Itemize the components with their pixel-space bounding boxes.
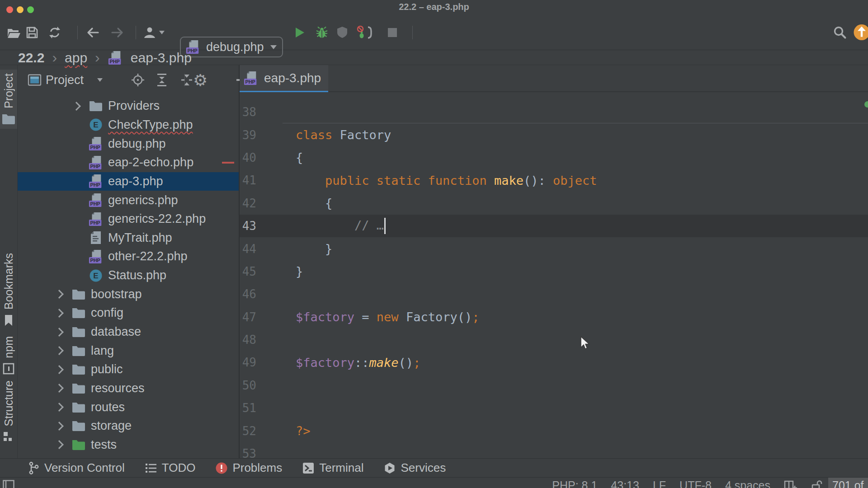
tool-button-todo[interactable]: TODO xyxy=(145,461,196,475)
code-line-50[interactable]: 50 xyxy=(240,374,868,397)
status-item-43-13[interactable]: 43:13 xyxy=(611,479,639,488)
tree-item-other-22-2-php[interactable]: PHPother-22.2.php xyxy=(18,247,239,266)
stripe-item-bookmarks[interactable]: Bookmarks xyxy=(0,249,17,330)
chevron-right-icon[interactable] xyxy=(55,403,64,412)
split-icon[interactable] xyxy=(784,480,797,488)
breadcrumb-item-file[interactable]: eap-3.php xyxy=(131,50,192,66)
tree-item-generics-php[interactable]: PHPgenerics.php xyxy=(18,191,239,210)
code-line-45[interactable]: 45} xyxy=(240,260,868,283)
tree-item-mytrait-php[interactable]: MyTrait.php xyxy=(18,228,239,247)
tree-item-generics-22-2-php[interactable]: PHPgenerics-22.2.php xyxy=(18,210,239,229)
line-number[interactable]: 50 xyxy=(240,379,256,392)
chevron-right-icon[interactable] xyxy=(55,440,64,449)
coverage-icon[interactable] xyxy=(335,26,349,39)
line-number[interactable]: 39 xyxy=(240,128,256,142)
stripe-item-npm[interactable]: npm xyxy=(0,333,17,378)
tree-item-tests[interactable]: tests xyxy=(18,436,239,455)
tree-item-partial[interactable] xyxy=(18,454,239,458)
code-line-42[interactable]: 42 { xyxy=(240,192,868,215)
update-icon[interactable] xyxy=(854,24,868,41)
chevron-right-icon[interactable] xyxy=(55,290,64,299)
expand-all-icon[interactable] xyxy=(156,73,168,87)
status-item-4-spaces[interactable]: 4 spaces xyxy=(725,479,770,488)
tree-item-eap-3-php[interactable]: PHPeap-3.php xyxy=(18,172,239,191)
tree-item-database[interactable]: database xyxy=(18,323,239,342)
search-icon[interactable] xyxy=(833,25,847,40)
code-line-49[interactable]: 49$factory::make(); xyxy=(240,351,868,374)
forward-icon[interactable] xyxy=(110,26,124,39)
save-icon[interactable] xyxy=(25,26,39,39)
code-line-41[interactable]: 41 public static function make(): object xyxy=(240,169,868,192)
open-folder-icon[interactable] xyxy=(6,26,21,39)
code-line-51[interactable]: 51 xyxy=(240,397,868,419)
chevron-right-icon[interactable] xyxy=(55,422,64,431)
memory-indicator[interactable]: 701 of xyxy=(828,478,868,488)
line-number[interactable]: 42 xyxy=(240,197,256,210)
code-line-46[interactable]: 46 xyxy=(240,283,868,305)
line-number[interactable]: 43 xyxy=(240,219,256,233)
chevron-right-icon[interactable] xyxy=(55,309,64,318)
tree-item-config[interactable]: config xyxy=(18,304,239,323)
code-line-40[interactable]: 40{ xyxy=(240,146,868,169)
tree-item-bootstrap[interactable]: bootstrap xyxy=(18,285,239,304)
back-icon[interactable] xyxy=(86,26,100,39)
line-number[interactable]: 53 xyxy=(240,447,256,458)
tree-item-checktype-php[interactable]: ECheckType.php xyxy=(18,116,239,135)
chevron-right-icon[interactable] xyxy=(55,346,64,355)
project-panel-title[interactable]: Project xyxy=(46,73,84,87)
chevron-right-icon[interactable] xyxy=(55,328,64,337)
tab-eap-3-php[interactable]: PHP eap-3.php xyxy=(240,65,328,91)
unlock-icon[interactable] xyxy=(811,479,823,488)
line-number[interactable]: 51 xyxy=(240,401,256,415)
run-icon[interactable] xyxy=(293,26,306,39)
breadcrumb-item-app[interactable]: app xyxy=(65,50,87,66)
line-number[interactable]: 38 xyxy=(240,105,256,119)
tree-item-storage[interactable]: storage xyxy=(18,417,239,436)
debug-icon[interactable] xyxy=(315,26,329,39)
listen-debug-icon[interactable] xyxy=(356,25,373,40)
tree-item-public[interactable]: public xyxy=(18,360,239,379)
tree-item-eap-2-echo-php[interactable]: PHPeap-2-echo.php xyxy=(18,153,239,172)
chevron-right-icon[interactable] xyxy=(72,102,81,111)
line-number[interactable]: 52 xyxy=(240,424,256,438)
line-number[interactable]: 48 xyxy=(240,333,256,347)
stripe-item-structure[interactable]: Structure xyxy=(0,377,17,446)
chevron-right-icon[interactable] xyxy=(55,365,64,374)
status-item-php-8.1[interactable]: PHP: 8.1 xyxy=(552,479,597,488)
stop-icon[interactable] xyxy=(386,26,399,39)
code-line-39[interactable]: 39class Factory xyxy=(240,123,868,146)
tool-button-problems[interactable]: Problems xyxy=(215,461,282,475)
tool-button-services[interactable]: Services xyxy=(383,461,446,475)
line-number[interactable]: 45 xyxy=(240,265,256,278)
user-menu-button[interactable] xyxy=(143,26,165,39)
code-line-52[interactable]: 52?> xyxy=(240,419,868,442)
tool-button-version-control[interactable]: Version Control xyxy=(28,461,125,475)
code-line-48[interactable]: 48 xyxy=(240,328,868,351)
code-line-44[interactable]: 44 } xyxy=(240,237,868,260)
locate-icon[interactable] xyxy=(131,73,145,87)
breadcrumb-item-project[interactable]: 22.2 xyxy=(18,50,44,66)
line-number[interactable]: 41 xyxy=(240,174,256,187)
code-area[interactable]: 3839class Factory40{41 public static fun… xyxy=(240,92,868,458)
line-number[interactable]: 46 xyxy=(240,287,256,301)
status-item-utf-8[interactable]: UTF-8 xyxy=(679,479,712,488)
sync-icon[interactable] xyxy=(48,26,61,39)
code-line-47[interactable]: 47$factory = new Factory(); xyxy=(240,306,868,328)
tree-item-lang[interactable]: lang xyxy=(18,341,239,360)
gear-icon[interactable]: ⚙ xyxy=(193,71,208,89)
tree-item-status-php[interactable]: EStatus.php xyxy=(18,266,239,285)
stripe-item-project[interactable]: Project xyxy=(0,70,17,129)
tree-item-routes[interactable]: routes xyxy=(18,398,239,417)
tool-window-icon[interactable] xyxy=(3,480,14,488)
tree-item-debug-php[interactable]: PHPdebug.php xyxy=(18,134,239,153)
line-number[interactable]: 44 xyxy=(240,242,256,256)
chevron-down-icon[interactable] xyxy=(97,78,103,82)
line-number[interactable]: 40 xyxy=(240,151,256,164)
chevron-right-icon[interactable] xyxy=(55,384,64,393)
line-number[interactable]: 47 xyxy=(240,310,256,324)
code-line-53[interactable]: 53 xyxy=(240,442,868,458)
line-number[interactable]: 49 xyxy=(240,356,256,369)
code-line-38[interactable]: 38 xyxy=(240,101,868,123)
tool-button-terminal[interactable]: Terminal xyxy=(302,461,363,475)
tree-item-providers[interactable]: Providers xyxy=(18,97,239,116)
